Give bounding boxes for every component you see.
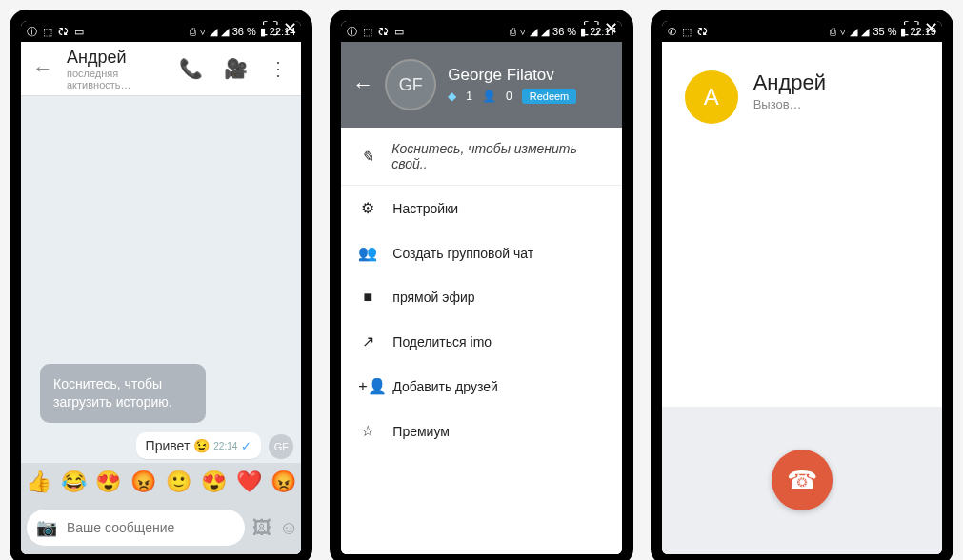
cast-icon: ⎙ — [830, 26, 836, 37]
sender-avatar[interactable]: GF — [269, 434, 293, 459]
close-icon[interactable]: ✕ — [604, 20, 618, 37]
imo-icon: ⓘ — [347, 25, 357, 39]
message-emoji: 😉 — [193, 438, 210, 453]
premium-item[interactable]: ☆ Премиум — [341, 409, 621, 453]
expand-icon[interactable]: ⛶ — [262, 20, 279, 37]
emoji-option[interactable]: 👍 — [26, 470, 51, 494]
item-label: Премиум — [392, 424, 450, 439]
chat-header: ← Андрей последняя активность… 📞 🎥 ⋮ — [21, 42, 301, 96]
profile-name: George Filatov — [448, 66, 576, 85]
profile-header: ← GF George Filatov ◆ 1 👤 0 Redeem — [341, 42, 621, 128]
signal-icon-2: ◢ — [541, 26, 549, 38]
profile-avatar[interactable]: GF — [385, 59, 436, 110]
input-row: 📷 🖼 ☺ 🎤 — [21, 501, 301, 554]
cast-icon: ⎙ — [510, 26, 516, 37]
picture-icon: ▭ — [74, 26, 84, 38]
delivered-check-icon: ✓ — [241, 439, 251, 453]
group-icon: 👥 — [358, 244, 377, 262]
wifi-icon: ▿ — [200, 26, 206, 38]
signal-icon: ◢ — [850, 26, 857, 38]
message-time: 22:14 — [213, 441, 237, 451]
emoji-option[interactable]: 😂 — [61, 470, 87, 494]
call-controls: ☎ — [662, 407, 942, 554]
share-icon: ↗ — [358, 332, 377, 350]
call-info: А Андрей Вызов… — [662, 42, 942, 407]
close-icon[interactable]: ✕ — [924, 20, 938, 37]
wifi-icon: ▿ — [840, 26, 846, 38]
item-label: Поделиться imo — [392, 334, 492, 350]
emoji-option[interactable]: ❤️ — [236, 470, 262, 494]
status-icon: ⬚ — [682, 26, 692, 38]
item-label: Настройки — [392, 201, 458, 216]
load-history-bubble[interactable]: Коснитесь, чтобы загрузить историю. — [40, 364, 206, 423]
emoji-option[interactable]: 😡 — [271, 470, 296, 494]
hangup-button[interactable]: ☎ — [772, 450, 833, 510]
emoji-strip: 👍 😂 😍 😡 🙂 😍 ❤️ 😡 — [21, 463, 301, 501]
chat-subtitle: последняя активность… — [67, 68, 164, 90]
pencil-icon: ✎ — [358, 148, 376, 166]
sync-icon: 🗘 — [58, 26, 69, 37]
message-input[interactable] — [65, 519, 235, 536]
sticker-icon[interactable]: ☺ — [279, 517, 298, 539]
signal-icon-2: ◢ — [861, 26, 869, 38]
friend-count: 0 — [506, 90, 512, 103]
signal-icon: ◢ — [210, 26, 217, 38]
add-friends-item[interactable]: +👤 Добавить друзей — [341, 364, 621, 409]
settings-item[interactable]: ⚙ Настройки — [341, 186, 621, 230]
caller-name: Андрей — [753, 70, 826, 95]
wifi-icon: ▿ — [520, 26, 526, 38]
caller-avatar: А — [685, 70, 738, 124]
group-chat-item[interactable]: 👥 Создать групповой чат — [341, 230, 621, 275]
item-label: Коснитесь, чтобы изменить свой.. — [391, 141, 604, 171]
battery-text: 35 % — [873, 26, 896, 37]
settings-list: ✎ Коснитесь, чтобы изменить свой.. ⚙ Нас… — [341, 128, 621, 554]
phone-down-icon: ☎ — [787, 466, 817, 495]
call-state: Вызов… — [753, 97, 826, 111]
expand-icon[interactable]: ⛶ — [583, 20, 600, 37]
share-item[interactable]: ↗ Поделиться imo — [341, 319, 621, 364]
gallery-icon[interactable]: 🖼 — [252, 517, 271, 539]
add-person-icon: +👤 — [358, 377, 377, 395]
edit-status-item[interactable]: ✎ Коснитесь, чтобы изменить свой.. — [341, 128, 621, 186]
person-icon: 👤 — [482, 90, 496, 103]
outgoing-message[interactable]: Привет 😉 22:14 ✓ — [136, 432, 262, 459]
status-bar: ⓘ ⬚ 🗘 ▭ ⎙ ▿ ◢ ◢ 36 % ▮ 22:17 — [341, 21, 621, 42]
sync-icon: 🗘 — [378, 26, 389, 37]
back-icon[interactable]: ← — [29, 52, 57, 85]
back-icon[interactable]: ← — [352, 72, 373, 97]
menu-dots-icon[interactable]: ⋮ — [263, 51, 293, 86]
phone-call: ⛶ ✕ ✆ ⬚ 🗘 ⎙ ▿ ◢ ◢ 35 % ▮ 22:19 А Андрей … — [651, 10, 953, 560]
chat-title: Андрей — [67, 48, 164, 68]
status-icon: ⬚ — [43, 26, 52, 38]
item-label: Добавить друзей — [392, 379, 497, 394]
battery-text: 36 % — [232, 26, 256, 37]
battery-text: 36 % — [552, 26, 576, 37]
imo-icon: ⓘ — [27, 25, 37, 39]
diamond-count: 1 — [466, 90, 472, 103]
close-icon[interactable]: ✕ — [283, 20, 297, 37]
voice-call-icon[interactable]: 📞 — [173, 51, 209, 86]
emoji-option[interactable]: 🙂 — [166, 470, 191, 494]
video-icon: ■ — [358, 289, 377, 306]
live-item[interactable]: ■ прямой эфир — [341, 275, 621, 319]
phone-chat: ⛶ ✕ ⓘ ⬚ 🗘 ▭ ⎙ ▿ ◢ ◢ 36 % ▮ 22:14 ← Андре… — [10, 10, 312, 560]
gear-icon: ⚙ — [358, 199, 377, 217]
phone-settings: ⛶ ✕ ⓘ ⬚ 🗘 ▭ ⎙ ▿ ◢ ◢ 36 % ▮ 22:17 ← GF Ge… — [330, 10, 632, 560]
camera-icon[interactable]: 📷 — [36, 517, 57, 538]
video-call-icon[interactable]: 🎥 — [218, 51, 253, 86]
expand-icon[interactable]: ⛶ — [903, 20, 920, 37]
call-status-icon: ✆ — [668, 26, 676, 38]
signal-icon: ◢ — [530, 26, 537, 38]
emoji-option[interactable]: 😍 — [201, 470, 227, 494]
cast-icon: ⎙ — [190, 26, 196, 37]
signal-icon-2: ◢ — [221, 26, 229, 38]
sync-icon: 🗘 — [697, 26, 708, 37]
chat-body: Коснитесь, чтобы загрузить историю. Прив… — [21, 96, 301, 463]
emoji-option[interactable]: 😡 — [130, 470, 156, 494]
redeem-button[interactable]: Redeem — [522, 89, 577, 104]
star-icon: ☆ — [358, 422, 377, 440]
status-icon: ⬚ — [363, 26, 372, 38]
emoji-option[interactable]: 😍 — [95, 470, 121, 494]
status-bar: ⓘ ⬚ 🗘 ▭ ⎙ ▿ ◢ ◢ 36 % ▮ 22:14 — [21, 21, 301, 42]
message-input-pill[interactable]: 📷 — [27, 510, 245, 546]
